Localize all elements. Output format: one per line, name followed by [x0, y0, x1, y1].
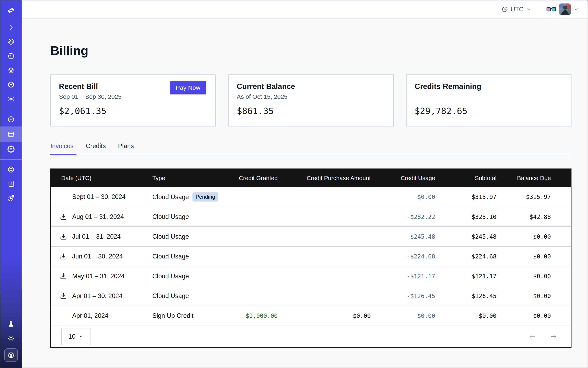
invoice-type: Cloud Usage: [152, 273, 189, 280]
credit-purchase-value: [278, 286, 371, 306]
billing-tabs: Invoices Credits Plans: [50, 142, 571, 155]
tab-credits[interactable]: Credits: [86, 142, 108, 155]
credit-usage-value: $0.00: [371, 306, 435, 326]
trace-eye-icon[interactable]: [0, 35, 22, 49]
credit-granted-value: [226, 266, 278, 286]
balance-due-value: $0.00: [497, 306, 571, 326]
credits-dollar-button[interactable]: [4, 349, 18, 362]
chevron-right-icon[interactable]: [0, 20, 22, 35]
credit-granted-value: $1,000.00: [226, 306, 278, 326]
table-header: Date (UTC) Type Credit Granted Credit Pu…: [51, 169, 571, 187]
credits-remaining-card: Credits Remaining $29,782.65: [406, 74, 571, 127]
invoice-row[interactable]: Sept 01 – 30, 2024Cloud UsagePending$0.0…: [51, 187, 571, 207]
download-slot-empty: [60, 193, 69, 201]
col-credit-purchase-amount: Credit Purchase Amount: [278, 169, 371, 187]
history-timer-icon[interactable]: [0, 49, 22, 63]
credit-purchase-value: $0.00: [278, 306, 371, 326]
subtotal-value: $325.10: [435, 207, 497, 227]
credit-purchase-value: [278, 187, 371, 207]
page-title: Billing: [50, 43, 571, 58]
invoice-type: Cloud Usage: [152, 213, 189, 220]
page-size-select[interactable]: 10: [61, 328, 91, 345]
flask-icon[interactable]: [0, 317, 22, 331]
invoice-row[interactable]: Jun 01 – 30, 2024Cloud Usage-$224.68$224…: [51, 246, 571, 266]
credit-usage-value: -$224.68: [371, 246, 435, 266]
subtotal-value: $126.45: [435, 286, 497, 306]
col-subtotal: Subtotal: [435, 169, 497, 187]
invoice-row[interactable]: Jul 01 – 31, 2024Cloud Usage-$245.48$245…: [51, 227, 571, 246]
credit-usage-value: $0.00: [371, 187, 435, 207]
chevron-down-icon[interactable]: [574, 7, 579, 12]
credit-usage-value: -$282.22: [371, 207, 435, 227]
orbit-logo-icon[interactable]: [0, 0, 22, 20]
subtotal-value: $121.17: [435, 266, 497, 286]
download-invoice-icon[interactable]: [60, 252, 69, 260]
card-title: Current Balance: [237, 82, 385, 91]
prev-page-arrow-icon[interactable]: [528, 333, 536, 340]
as-of-date: As of Oct 15, 2025: [237, 93, 385, 101]
subtotal-value: $245.48: [435, 227, 497, 246]
avatar[interactable]: [559, 3, 571, 15]
download-invoice-icon[interactable]: [60, 213, 69, 221]
current-balance-amount: $861.35: [237, 106, 385, 116]
invoice-date: Apr 01, 2024: [72, 312, 109, 320]
invoice-row[interactable]: Aug 01 – 31, 2024Cloud Usage-$282.22$325…: [51, 207, 571, 227]
invoice-type: Cloud Usage: [152, 193, 189, 201]
pay-now-button[interactable]: Pay Now: [170, 81, 206, 94]
credit-purchase-value: [278, 207, 371, 227]
invoice-type: Cloud Usage: [152, 233, 189, 240]
balance-due-value: $0.00: [497, 266, 571, 286]
invoice-date: Sept 01 – 30, 2024: [72, 193, 126, 201]
download-invoice-icon[interactable]: [60, 292, 69, 300]
invoice-date: Apr 01 – 30, 2024: [72, 292, 122, 300]
tab-invoices[interactable]: Invoices: [50, 142, 76, 155]
invoices-table: Date (UTC) Type Credit Granted Credit Pu…: [50, 168, 571, 348]
tab-plans[interactable]: Plans: [118, 142, 136, 155]
help-wheel-icon[interactable]: [0, 162, 22, 177]
subtotal-value: $0.00: [435, 306, 497, 326]
credit-granted-value: [226, 187, 278, 207]
balance-due-value: $0.00: [497, 246, 571, 266]
sun-icon[interactable]: [0, 331, 22, 346]
balance-due-value: $315.97: [497, 187, 571, 207]
subtotal-value: $224.68: [435, 246, 497, 266]
timezone-selector[interactable]: UTC: [502, 6, 531, 13]
credit-usage-value: -$126.45: [371, 286, 435, 306]
credit-granted-value: [226, 286, 278, 306]
invoice-date: Aug 01 – 31, 2024: [72, 213, 124, 221]
invoice-row[interactable]: Apr 01 – 30, 2024Cloud Usage-$126.45$126…: [51, 286, 571, 306]
chevron-down-icon: [526, 7, 531, 12]
docs-book-icon[interactable]: [0, 177, 22, 191]
recent-bill-card: Recent Bill Sep 01 – Sep 30, 2025 $2,061…: [50, 74, 216, 127]
layers-icon[interactable]: [0, 63, 22, 77]
invoice-row[interactable]: Apr 01, 2024Sign Up Credit$1,000.00$0.00…: [51, 306, 571, 326]
gauge-icon[interactable]: [0, 112, 22, 127]
billing-page: Billing Recent Bill Sep 01 – Sep 30, 202…: [22, 19, 588, 368]
app-window: UTC: [0, 0, 588, 368]
billing-card-icon[interactable]: [0, 127, 22, 142]
glasses-icon[interactable]: [546, 6, 556, 13]
invoice-row[interactable]: May 01 – 31, 2024Cloud Usage-$121.17$121…: [51, 266, 571, 286]
next-page-arrow-icon[interactable]: [550, 333, 558, 340]
summary-cards: Recent Bill Sep 01 – Sep 30, 2025 $2,061…: [50, 74, 571, 127]
sidebar-divider: [0, 109, 22, 109]
rocket-icon[interactable]: [0, 191, 22, 205]
asterisk-icon[interactable]: [0, 92, 22, 106]
sidebar: [0, 0, 22, 368]
invoice-date: May 01 – 31, 2024: [72, 273, 125, 280]
cube-icon[interactable]: [0, 77, 22, 92]
col-credit-usage: Credit Usage: [371, 169, 435, 187]
card-sub-spacer: [415, 93, 563, 101]
credit-purchase-value: [278, 266, 371, 286]
settings-gear-icon[interactable]: [0, 142, 22, 156]
clock-icon: [502, 6, 508, 13]
invoice-date: Jul 01 – 31, 2024: [72, 233, 121, 240]
invoice-date: Jun 01 – 30, 2024: [72, 253, 123, 260]
timezone-label: UTC: [511, 6, 524, 13]
table-footer: 10: [51, 326, 571, 347]
download-invoice-icon[interactable]: [60, 232, 69, 241]
recent-bill-amount: $2,061.35: [59, 106, 207, 116]
sidebar-divider: [0, 159, 22, 159]
credit-usage-value: -$245.48: [371, 227, 435, 246]
download-invoice-icon[interactable]: [60, 272, 69, 280]
